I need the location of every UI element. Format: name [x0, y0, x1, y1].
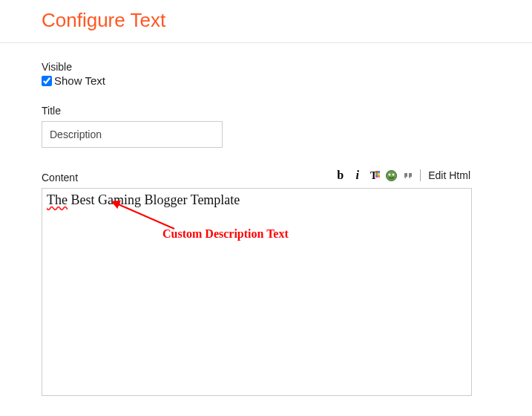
title-label: Title — [42, 105, 532, 117]
toolbar-separator — [420, 169, 421, 181]
form-area: Visible Show Text Title Content b i T — [0, 43, 532, 396]
text-color-icon: T — [368, 169, 381, 182]
show-text-checkbox[interactable] — [42, 76, 52, 86]
content-section: Content b i T — [42, 167, 532, 396]
svg-rect-6 — [378, 175, 380, 178]
svg-rect-1 — [375, 171, 378, 173]
checkbox-row: Show Text — [42, 74, 532, 87]
svg-rect-2 — [378, 171, 380, 173]
spellcheck-word: The — [47, 192, 68, 207]
svg-rect-3 — [375, 173, 378, 175]
text-color-button[interactable]: T — [366, 167, 383, 183]
svg-point-8 — [389, 173, 391, 175]
bold-button[interactable]: b — [332, 167, 349, 183]
title-input[interactable] — [42, 121, 223, 148]
insert-image-icon — [385, 169, 398, 182]
quote-button[interactable] — [400, 167, 417, 183]
svg-point-9 — [393, 173, 395, 175]
show-text-label: Show Text — [54, 74, 105, 87]
editor-toolbar: b i T — [332, 167, 472, 183]
insert-image-button[interactable] — [383, 167, 400, 183]
title-section: Title — [42, 105, 532, 148]
annotation-text: Custom Description Text — [162, 227, 289, 241]
svg-rect-4 — [378, 173, 380, 175]
content-editor[interactable]: The Best Gaming Blogger Template Custom … — [42, 188, 472, 396]
editor-rest: Best Gaming Blogger Template — [68, 192, 240, 207]
editor-content: The Best Gaming Blogger Template — [47, 192, 240, 207]
italic-button[interactable]: i — [349, 167, 366, 183]
svg-point-7 — [387, 170, 397, 181]
quote-icon — [402, 169, 415, 182]
edit-html-link[interactable]: Edit Html — [427, 169, 472, 181]
svg-line-11 — [116, 204, 174, 229]
svg-rect-5 — [375, 175, 378, 178]
content-header: Content b i T — [42, 167, 472, 183]
visible-section: Visible Show Text — [42, 61, 532, 87]
page-title: Configure Text — [0, 0, 532, 42]
visible-label: Visible — [42, 61, 532, 73]
content-label: Content — [42, 172, 78, 183]
